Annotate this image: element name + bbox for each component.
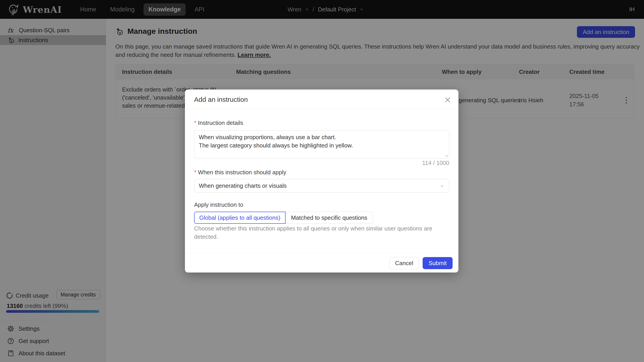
- radio-global[interactable]: Global (applies to all questions): [194, 212, 286, 224]
- character-counter: 114 / 1000: [422, 160, 449, 166]
- apply-instruction-to-label: Apply instruction to: [194, 201, 243, 208]
- instruction-details-label: Instruction details: [194, 120, 243, 126]
- instruction-details-textarea[interactable]: When visualizing proportions, always use…: [194, 130, 449, 158]
- select-value: When generating charts or visuals: [199, 182, 287, 189]
- when-apply-select[interactable]: When generating charts or visuals: [194, 179, 449, 193]
- cancel-button[interactable]: Cancel: [389, 257, 419, 269]
- apply-to-radio-group: Global (applies to all questions) Matche…: [194, 212, 373, 224]
- submit-button[interactable]: Submit: [422, 257, 452, 269]
- screen: WrenAI Home Modeling Knowledge API Wren …: [0, 0, 644, 362]
- add-instruction-modal: Add an instruction Instruction details W…: [185, 90, 458, 272]
- when-apply-label: When this instruction should apply: [194, 169, 286, 176]
- apply-to-help-text: Choose whether this instruction applies …: [194, 224, 432, 241]
- close-icon[interactable]: [443, 95, 452, 105]
- radio-matched[interactable]: Matched to specific questions: [286, 212, 373, 224]
- modal-footer: Cancel Submit: [185, 253, 458, 272]
- chevron-down-icon: [440, 183, 444, 188]
- modal-title: Add an instruction: [194, 96, 248, 103]
- modal-header: Add an instruction: [185, 90, 458, 109]
